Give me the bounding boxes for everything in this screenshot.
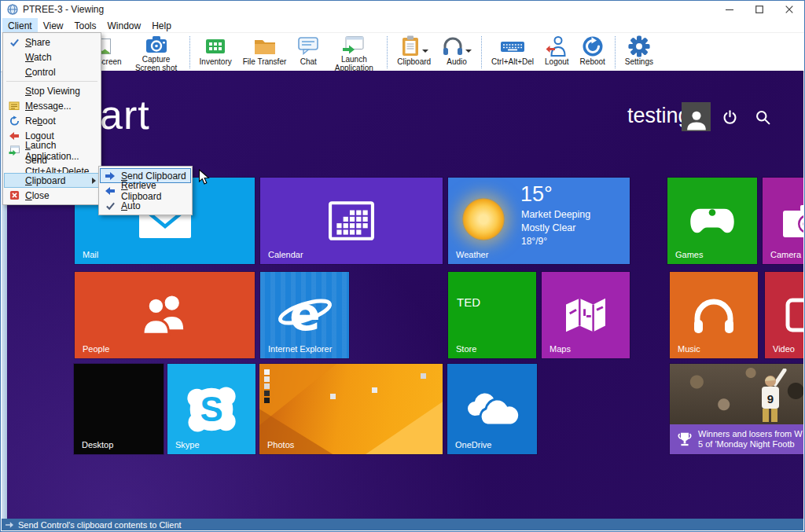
tile-desktop[interactable]: Desktop (74, 364, 164, 454)
status-arrow-icon (5, 521, 14, 529)
reboot-small-icon (8, 115, 20, 127)
settings-button[interactable]: Settings (619, 33, 659, 72)
client-menu: Share Watch Control Stop Viewing Message… (2, 32, 101, 205)
menu-item-reboot[interactable]: Reboot (4, 113, 100, 128)
menu-item-close[interactable]: Close (4, 188, 100, 203)
launch-application-label: Launch Application (330, 55, 377, 72)
tile-calendar[interactable]: Calendar (260, 178, 443, 264)
message-icon (8, 100, 20, 112)
tile-camera[interactable]: Camera (763, 178, 803, 264)
menu-tools[interactable]: Tools (68, 18, 101, 32)
toolbar-separator (189, 36, 190, 68)
weather-range: 18°/9° (521, 236, 547, 247)
desktop-icons (264, 369, 270, 375)
tile-music[interactable]: Music (670, 272, 758, 358)
inventory-button[interactable]: Inventory (194, 33, 237, 72)
ctrl-alt-del-label: Ctrl+Alt+Del (491, 57, 534, 66)
tile-store[interactable]: TED Store (448, 272, 536, 358)
app-window: PTREE-3 - Viewing Client View Tools Wind… (0, 0, 805, 532)
menu-item-watch[interactable]: Watch (4, 50, 100, 64)
jersey-number: 9 (767, 392, 774, 405)
menu-client[interactable]: Client (2, 18, 38, 32)
sports-headline-band: Winners and losers from W 5 of 'Monday N… (670, 424, 803, 454)
weather-location: Market Deeping (521, 209, 590, 220)
minimize-button[interactable] (715, 1, 744, 18)
maximize-button[interactable] (744, 1, 774, 18)
toolbar-separator (387, 36, 388, 68)
logout-label: Logout (545, 57, 569, 66)
capture-screenshot-button[interactable]: Capture Screen shot (127, 33, 186, 72)
audio-button[interactable]: Audio (436, 33, 477, 72)
reboot-label: Reboot (580, 57, 605, 66)
menu-window[interactable]: Window (102, 18, 147, 32)
weather-condition: Mostly Clear (521, 222, 575, 233)
reboot-button[interactable]: Reboot (575, 33, 611, 72)
launch-application-button[interactable]: Launch Application (325, 33, 383, 72)
tile-onedrive[interactable]: OneDrive (447, 364, 537, 454)
tile-internet-explorer[interactable]: e Internet Explorer (260, 272, 349, 358)
clipboard-icon (400, 35, 421, 58)
tile-label: Maps (550, 344, 571, 354)
tile-label: Weather (456, 250, 488, 259)
menu-item-label: Reboot (25, 116, 56, 127)
mouse-cursor (197, 169, 211, 189)
checkmark-icon (8, 36, 20, 48)
tile-photos[interactable]: Photos (259, 364, 443, 454)
submenu-item-auto[interactable]: Auto (100, 198, 191, 213)
tile-label: Store (456, 344, 476, 354)
chat-label: Chat (300, 57, 317, 66)
menu-item-message[interactable]: Message... (4, 98, 100, 113)
menu-separator (6, 81, 97, 82)
menu-view[interactable]: View (38, 18, 69, 32)
menu-item-share[interactable]: Share (4, 35, 100, 50)
camera-icon (145, 35, 168, 55)
chevron-down-icon[interactable] (422, 50, 428, 53)
menu-item-label: Close (25, 190, 50, 201)
toolbar-separator (615, 36, 616, 68)
launch-application-small-icon (8, 145, 20, 156)
tile-maps[interactable]: Maps (542, 272, 630, 358)
arrow-left-icon (104, 185, 116, 196)
remote-desktop-view[interactable]: art testing Mail Calendar 15° Market Dee… (2, 71, 803, 519)
file-transfer-button[interactable]: File Transfer (237, 33, 292, 72)
menu-item-send-ctrl-alt-delete[interactable]: Send Ctrl+Alt+Delete (4, 158, 100, 173)
tile-label: People (83, 344, 109, 354)
settings-label: Settings (625, 57, 653, 66)
search-icon[interactable] (755, 109, 771, 129)
launch-application-icon (342, 35, 366, 55)
arrow-right-icon (104, 170, 116, 182)
tile-people[interactable]: People (75, 272, 255, 358)
logout-button[interactable]: Logout (539, 33, 575, 72)
chat-button[interactable]: Chat (292, 33, 325, 72)
clipboard-submenu: Send Clipboard Retrieve Clipboard Auto (98, 166, 193, 215)
avatar[interactable] (682, 102, 711, 131)
weather-temp: 15° (520, 182, 553, 207)
store-live-content: TED (457, 295, 480, 309)
gear-icon (627, 35, 651, 57)
desktop-icon (421, 373, 426, 379)
user-name[interactable]: testing (627, 104, 690, 128)
menu-item-label: Stop Viewing (25, 86, 80, 97)
menu-help[interactable]: Help (146, 18, 177, 32)
menu-item-stop-viewing[interactable]: Stop Viewing (4, 83, 100, 98)
clipboard-button[interactable]: Clipboard (391, 33, 436, 72)
desktop-icon (330, 394, 336, 399)
close-small-icon (8, 189, 20, 201)
submenu-item-retrieve-clipboard[interactable]: Retrieve Clipboard (100, 183, 191, 198)
tile-weather[interactable]: 15° Market Deeping Mostly Clear 18°/9° W… (448, 178, 630, 264)
tile-video[interactable]: Video (765, 272, 803, 358)
tile-games[interactable]: Games (667, 178, 757, 264)
headline-line-2: 5 of 'Monday Night Footb (698, 439, 803, 449)
audio-label: Audio (447, 57, 467, 66)
menu-item-clipboard[interactable]: Clipboard (4, 173, 100, 188)
tile-sports-news[interactable]: 9 Winners and losers from W 5 of 'Monday… (670, 364, 803, 454)
chevron-down-icon[interactable] (465, 50, 472, 53)
tile-skype[interactable]: S Skype (167, 364, 255, 454)
headphones-icon (442, 35, 464, 57)
ctrl-alt-del-button[interactable]: Ctrl+Alt+Del (486, 33, 539, 72)
menu-item-control[interactable]: Control (4, 64, 100, 79)
submenu-arrow-icon (92, 178, 96, 184)
power-icon[interactable] (722, 109, 738, 129)
close-button[interactable] (774, 1, 804, 18)
tile-label: Calendar (268, 250, 303, 259)
